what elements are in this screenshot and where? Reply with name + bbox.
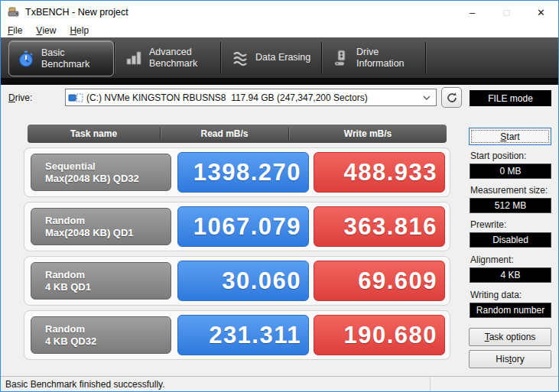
erase-waves-icon (231, 49, 249, 67)
close-button[interactable]: ✕ (524, 1, 558, 24)
chevron-down-icon (423, 96, 431, 100)
write-value: 190.680 (314, 315, 445, 355)
task-name-box: RandomMax(2048 KB) QD1 (31, 208, 171, 245)
read-value: 30.060 (177, 261, 309, 301)
header-task-name: Task name (28, 125, 160, 143)
measurement-size-value: 512 MB (470, 198, 551, 213)
benchmark-row-random-4k-qd32: Random4 KB QD32 231.311 190.680 (24, 310, 450, 360)
bar-chart-icon (125, 49, 143, 67)
refresh-icon (446, 92, 458, 104)
toolbar-bottom-band (1, 78, 558, 85)
history-button[interactable]: History (469, 350, 551, 368)
status-bar-divider (430, 377, 431, 391)
menu-view[interactable]: View (29, 24, 63, 37)
write-value: 363.816 (314, 206, 445, 247)
title-bar: TxBENCH - New project – □ ✕ (1, 1, 558, 24)
app-window: TxBENCH - New project – □ ✕ File View He… (0, 0, 559, 392)
task-options-button[interactable]: Task options (469, 328, 551, 346)
start-button[interactable]: Start (469, 128, 551, 145)
alignment-value: 4 KB (470, 267, 551, 283)
header-write: Write mB/s (289, 125, 447, 143)
benchmark-row-sequential-qd32: SequentialMax(2048 KB) QD32 1398.270 488… (24, 147, 450, 197)
table-header: Task name Read mB/s Write mB/s (28, 125, 447, 143)
status-message: Basic Benchmark finished successfully. (1, 379, 165, 390)
read-value: 1398.270 (177, 152, 309, 193)
start-position-label: Start position: (470, 151, 526, 161)
hard-drive-icon (332, 49, 350, 67)
toolbar: BasicBenchmark AdvancedBenchmark Data Er… (1, 37, 558, 78)
read-value: 1067.079 (177, 206, 309, 247)
toolbar-separator (321, 42, 322, 74)
start-position-value: 0 MB (470, 164, 551, 179)
write-value: 69.609 (314, 261, 445, 301)
file-mode-badge: FILE mode (470, 90, 551, 106)
tab-data-erasing[interactable]: Data Erasing (223, 40, 319, 75)
task-name-box: Random4 KB QD32 (31, 316, 171, 354)
app-icon (7, 5, 21, 19)
drive-select[interactable]: (C:) NVMe KINGSTON RBUSNS8 117.94 GB (24… (65, 89, 437, 106)
window-controls: – □ ✕ (455, 1, 558, 24)
disk-icon (68, 92, 83, 103)
maximize-button[interactable]: □ (489, 1, 524, 24)
prewrite-label: Prewrite: (470, 219, 506, 230)
tab-advanced-benchmark[interactable]: AdvancedBenchmark (117, 40, 218, 75)
header-read: Read mB/s (161, 125, 288, 143)
task-name-box: SequentialMax(2048 KB) QD32 (31, 154, 171, 191)
tab-drive-information[interactable]: DriveInformation (324, 40, 423, 75)
write-value: 488.933 (314, 152, 445, 193)
task-name-box: Random4 KB QD1 (31, 262, 171, 300)
prewrite-value: Disabled (470, 232, 551, 248)
menu-help[interactable]: Help (63, 24, 96, 37)
toolbar-separator (425, 42, 426, 74)
writing-data-value: Random number (470, 303, 551, 318)
benchmark-row-random-qd1: RandomMax(2048 KB) QD1 1067.079 363.816 (24, 202, 450, 251)
measurement-size-label: Measurement size: (470, 185, 548, 196)
benchmark-row-random-4k-qd1: Random4 KB QD1 30.060 69.609 (24, 256, 450, 306)
alignment-label: Alignment: (470, 254, 514, 265)
refresh-drives-button[interactable] (441, 87, 462, 108)
window-title: TxBENCH - New project (25, 7, 128, 18)
menu-bar: File View Help (1, 24, 558, 37)
tab-basic-benchmark[interactable]: BasicBenchmark (8, 40, 114, 76)
minimize-button[interactable]: – (455, 1, 489, 24)
read-value: 231.311 (177, 315, 309, 355)
drive-selected-text: (C:) NVMe KINGSTON RBUSNS8 117.94 GB (24… (86, 92, 420, 103)
drive-label: Drive: (8, 92, 32, 103)
writing-data-label: Writing data: (470, 290, 522, 300)
toolbar-separator (114, 42, 115, 74)
menu-file[interactable]: File (1, 24, 29, 37)
status-bar: Basic Benchmark finished successfully. (1, 376, 558, 392)
toolbar-separator (220, 42, 221, 74)
stopwatch-icon (17, 50, 35, 68)
